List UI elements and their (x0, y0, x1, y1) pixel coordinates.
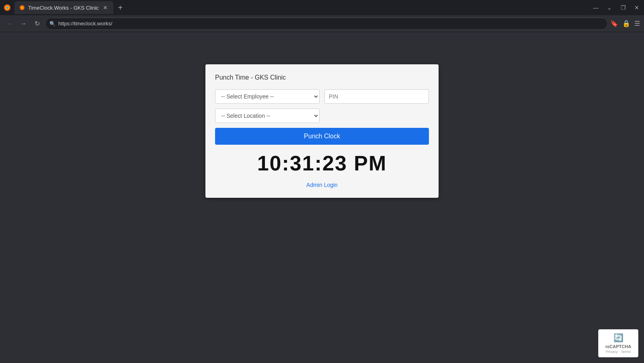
tab-title: TimeClock.Works - GKS Clinic (28, 5, 99, 11)
pin-input[interactable] (324, 89, 429, 104)
window-controls: — ⌄ ❐ ✕ (592, 4, 641, 11)
browser-toolbar: ← → ↻ 🔍 https://timeclock.works/ 🔖 🔒 ☰ (0, 15, 644, 32)
forward-button[interactable]: → (18, 18, 29, 29)
address-bar[interactable]: 🔍 https://timeclock.works/ (45, 18, 608, 30)
employee-pin-row: -- Select Employee -- (215, 89, 429, 104)
recaptcha-subtext: Privacy - Terms (603, 350, 634, 354)
back-button[interactable]: ← (4, 18, 15, 29)
punch-clock-button[interactable]: Punch Clock (215, 128, 429, 145)
location-select[interactable]: -- Select Location -- (215, 109, 320, 123)
window-restore-button[interactable]: ❐ (619, 4, 627, 11)
svg-point-4 (21, 6, 23, 9)
refresh-button[interactable]: ↻ (31, 18, 43, 29)
admin-login-section: Admin Login (215, 182, 429, 188)
lock-icon[interactable]: 🔒 (622, 20, 630, 27)
search-icon: 🔍 (49, 21, 55, 27)
browser-tab[interactable]: TimeClock.Works - GKS Clinic ✕ (14, 1, 113, 14)
toolbar-right: 🔖 🔒 ☰ (610, 20, 640, 27)
window-minimize-button[interactable]: — (592, 4, 600, 11)
new-tab-button[interactable]: + (115, 2, 126, 13)
window-close-button[interactable]: ✕ (633, 4, 641, 11)
page-content: Punch Time - GKS Clinic -- Select Employ… (0, 32, 644, 363)
tab-close-button[interactable]: ✕ (102, 4, 109, 11)
location-row: -- Select Location -- (215, 109, 429, 123)
url-text: https://timeclock.works/ (58, 21, 112, 27)
firefox-icon (3, 4, 11, 12)
tab-favicon (19, 5, 25, 10)
recaptcha-logo: 🔄 (603, 333, 634, 342)
recaptcha-badge: 🔄 reCAPTCHA Privacy - Terms (598, 329, 638, 357)
employee-select[interactable]: -- Select Employee -- (215, 89, 320, 104)
punch-clock-card: Punch Time - GKS Clinic -- Select Employ… (205, 64, 439, 198)
svg-point-2 (6, 7, 8, 9)
menu-icon[interactable]: ☰ (634, 20, 640, 27)
card-title: Punch Time - GKS Clinic (215, 74, 429, 81)
admin-login-link[interactable]: Admin Login (306, 182, 338, 188)
recaptcha-text: reCAPTCHA (603, 344, 634, 349)
pocket-icon[interactable]: 🔖 (610, 20, 618, 27)
clock-display: 10:31:23 PM (215, 151, 429, 175)
window-dropdown-button[interactable]: ⌄ (605, 4, 613, 11)
